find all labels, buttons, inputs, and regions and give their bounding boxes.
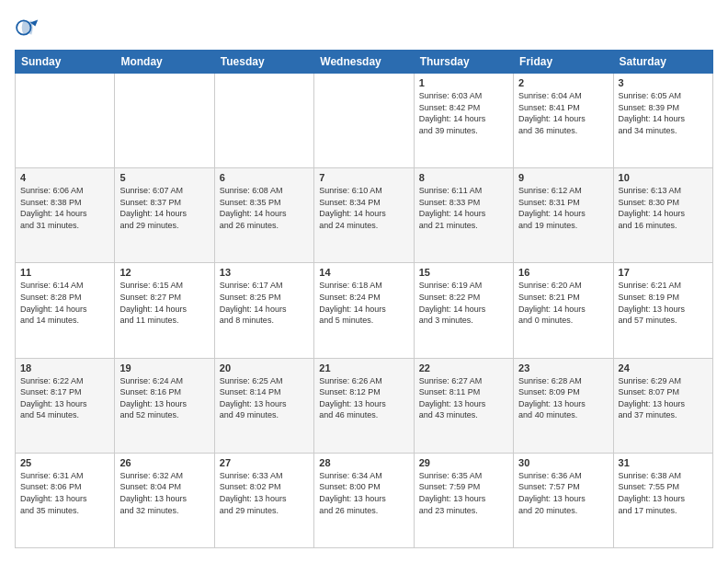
day-info: Sunrise: 6:07 AM Sunset: 8:37 PM Dayligh…: [119, 185, 209, 231]
day-number: 28: [319, 457, 408, 468]
day-cell-30: 30Sunrise: 6:36 AM Sunset: 7:57 PM Dayli…: [514, 453, 613, 547]
day-number: 29: [419, 457, 508, 468]
day-cell-10: 10Sunrise: 6:13 AM Sunset: 8:30 PM Dayli…: [613, 168, 712, 263]
day-number: 30: [518, 457, 608, 468]
empty-cell: [314, 74, 414, 168]
day-number: 22: [419, 362, 508, 373]
day-number: 17: [619, 267, 708, 278]
day-info: Sunrise: 6:06 AM Sunset: 8:38 PM Dayligh…: [20, 185, 109, 231]
day-info: Sunrise: 6:05 AM Sunset: 8:39 PM Dayligh…: [619, 90, 708, 136]
empty-cell: [115, 74, 214, 168]
day-cell-22: 22Sunrise: 6:27 AM Sunset: 8:11 PM Dayli…: [414, 358, 513, 453]
header-row: SundayMondayTuesdayWednesdayThursdayFrid…: [16, 51, 713, 74]
day-number: 18: [20, 362, 109, 373]
column-header-friday: Friday: [514, 51, 613, 74]
week-row-2: 4Sunrise: 6:06 AM Sunset: 8:38 PM Daylig…: [16, 168, 713, 263]
day-info: Sunrise: 6:14 AM Sunset: 8:28 PM Dayligh…: [20, 280, 109, 326]
day-number: 2: [518, 77, 608, 88]
day-number: 24: [619, 362, 708, 373]
day-info: Sunrise: 6:21 AM Sunset: 8:19 PM Dayligh…: [619, 280, 708, 326]
day-cell-27: 27Sunrise: 6:33 AM Sunset: 8:02 PM Dayli…: [214, 453, 313, 547]
logo: [15, 15, 44, 40]
day-number: 15: [419, 267, 508, 278]
day-cell-31: 31Sunrise: 6:38 AM Sunset: 7:55 PM Dayli…: [613, 453, 712, 547]
day-number: 8: [419, 172, 508, 183]
calendar-table: SundayMondayTuesdayWednesdayThursdayFrid…: [15, 50, 713, 548]
day-info: Sunrise: 6:35 AM Sunset: 7:59 PM Dayligh…: [419, 470, 508, 516]
day-cell-4: 4Sunrise: 6:06 AM Sunset: 8:38 PM Daylig…: [16, 168, 115, 263]
day-cell-15: 15Sunrise: 6:19 AM Sunset: 8:22 PM Dayli…: [414, 263, 513, 358]
column-header-thursday: Thursday: [414, 51, 513, 74]
day-cell-9: 9Sunrise: 6:12 AM Sunset: 8:31 PM Daylig…: [514, 168, 613, 263]
day-cell-17: 17Sunrise: 6:21 AM Sunset: 8:19 PM Dayli…: [613, 263, 712, 358]
day-info: Sunrise: 6:20 AM Sunset: 8:21 PM Dayligh…: [518, 280, 608, 326]
day-info: Sunrise: 6:32 AM Sunset: 8:04 PM Dayligh…: [119, 470, 209, 516]
day-number: 5: [119, 172, 209, 183]
day-number: 31: [619, 457, 708, 468]
day-number: 23: [518, 362, 608, 373]
day-number: 1: [419, 77, 508, 88]
day-cell-1: 1Sunrise: 6:03 AM Sunset: 8:42 PM Daylig…: [414, 74, 513, 168]
day-number: 11: [20, 267, 109, 278]
day-cell-13: 13Sunrise: 6:17 AM Sunset: 8:25 PM Dayli…: [214, 263, 313, 358]
day-cell-20: 20Sunrise: 6:25 AM Sunset: 8:14 PM Dayli…: [214, 358, 313, 453]
day-number: 9: [518, 172, 608, 183]
column-header-sunday: Sunday: [16, 51, 115, 74]
day-info: Sunrise: 6:03 AM Sunset: 8:42 PM Dayligh…: [419, 90, 508, 136]
day-cell-8: 8Sunrise: 6:11 AM Sunset: 8:33 PM Daylig…: [414, 168, 513, 263]
day-cell-11: 11Sunrise: 6:14 AM Sunset: 8:28 PM Dayli…: [16, 263, 115, 358]
day-number: 16: [518, 267, 608, 278]
day-info: Sunrise: 6:18 AM Sunset: 8:24 PM Dayligh…: [319, 280, 408, 326]
day-number: 19: [119, 362, 209, 373]
day-cell-18: 18Sunrise: 6:22 AM Sunset: 8:17 PM Dayli…: [16, 358, 115, 453]
day-cell-6: 6Sunrise: 6:08 AM Sunset: 8:35 PM Daylig…: [214, 168, 313, 263]
day-number: 7: [319, 172, 408, 183]
week-row-1: 1Sunrise: 6:03 AM Sunset: 8:42 PM Daylig…: [16, 74, 713, 168]
day-cell-12: 12Sunrise: 6:15 AM Sunset: 8:27 PM Dayli…: [115, 263, 214, 358]
day-info: Sunrise: 6:34 AM Sunset: 8:00 PM Dayligh…: [319, 470, 408, 516]
day-info: Sunrise: 6:28 AM Sunset: 8:09 PM Dayligh…: [518, 375, 608, 421]
day-number: 3: [619, 77, 708, 88]
empty-cell: [214, 74, 313, 168]
day-cell-28: 28Sunrise: 6:34 AM Sunset: 8:00 PM Dayli…: [314, 453, 414, 547]
day-info: Sunrise: 6:31 AM Sunset: 8:06 PM Dayligh…: [20, 470, 109, 516]
day-cell-19: 19Sunrise: 6:24 AM Sunset: 8:16 PM Dayli…: [115, 358, 214, 453]
column-header-monday: Monday: [115, 51, 214, 74]
day-cell-16: 16Sunrise: 6:20 AM Sunset: 8:21 PM Dayli…: [514, 263, 613, 358]
day-number: 12: [119, 267, 209, 278]
day-number: 14: [319, 267, 408, 278]
day-number: 13: [220, 267, 309, 278]
day-cell-2: 2Sunrise: 6:04 AM Sunset: 8:41 PM Daylig…: [514, 74, 613, 168]
day-number: 27: [220, 457, 309, 468]
day-info: Sunrise: 6:26 AM Sunset: 8:12 PM Dayligh…: [319, 375, 408, 421]
week-row-4: 18Sunrise: 6:22 AM Sunset: 8:17 PM Dayli…: [16, 358, 713, 453]
day-cell-7: 7Sunrise: 6:10 AM Sunset: 8:34 PM Daylig…: [314, 168, 414, 263]
column-header-saturday: Saturday: [613, 51, 712, 74]
logo-icon: [15, 15, 40, 40]
column-header-wednesday: Wednesday: [314, 51, 414, 74]
calendar-page: SundayMondayTuesdayWednesdayThursdayFrid…: [0, 0, 728, 563]
day-info: Sunrise: 6:38 AM Sunset: 7:55 PM Dayligh…: [619, 470, 708, 516]
day-cell-25: 25Sunrise: 6:31 AM Sunset: 8:06 PM Dayli…: [16, 453, 115, 547]
day-number: 6: [220, 172, 309, 183]
day-number: 20: [220, 362, 309, 373]
day-info: Sunrise: 6:27 AM Sunset: 8:11 PM Dayligh…: [419, 375, 508, 421]
day-info: Sunrise: 6:19 AM Sunset: 8:22 PM Dayligh…: [419, 280, 508, 326]
day-number: 4: [20, 172, 109, 183]
day-number: 21: [319, 362, 408, 373]
day-info: Sunrise: 6:12 AM Sunset: 8:31 PM Dayligh…: [518, 185, 608, 231]
day-number: 10: [619, 172, 708, 183]
day-info: Sunrise: 6:33 AM Sunset: 8:02 PM Dayligh…: [220, 470, 309, 516]
empty-cell: [16, 74, 115, 168]
week-row-5: 25Sunrise: 6:31 AM Sunset: 8:06 PM Dayli…: [16, 453, 713, 547]
day-info: Sunrise: 6:17 AM Sunset: 8:25 PM Dayligh…: [220, 280, 309, 326]
day-info: Sunrise: 6:25 AM Sunset: 8:14 PM Dayligh…: [220, 375, 309, 421]
day-cell-24: 24Sunrise: 6:29 AM Sunset: 8:07 PM Dayli…: [613, 358, 712, 453]
day-info: Sunrise: 6:15 AM Sunset: 8:27 PM Dayligh…: [119, 280, 209, 326]
day-info: Sunrise: 6:11 AM Sunset: 8:33 PM Dayligh…: [419, 185, 508, 231]
day-info: Sunrise: 6:04 AM Sunset: 8:41 PM Dayligh…: [518, 90, 608, 136]
day-cell-21: 21Sunrise: 6:26 AM Sunset: 8:12 PM Dayli…: [314, 358, 414, 453]
day-cell-5: 5Sunrise: 6:07 AM Sunset: 8:37 PM Daylig…: [115, 168, 214, 263]
week-row-3: 11Sunrise: 6:14 AM Sunset: 8:28 PM Dayli…: [16, 263, 713, 358]
header: [15, 15, 713, 40]
